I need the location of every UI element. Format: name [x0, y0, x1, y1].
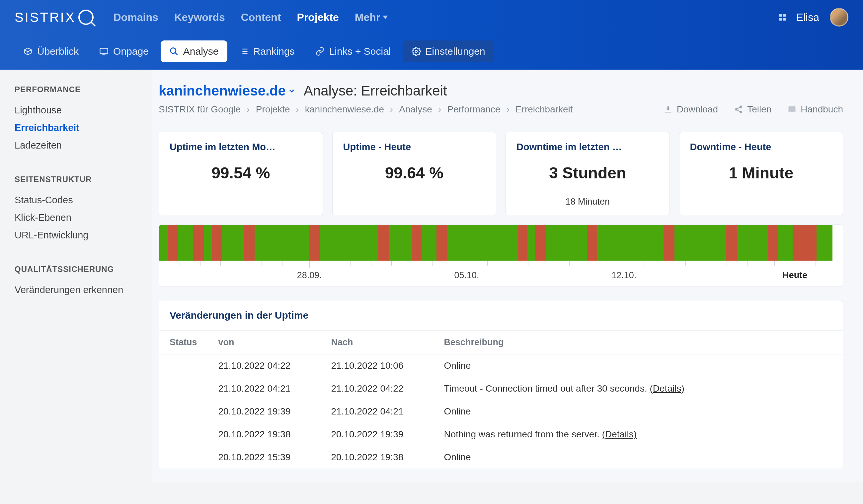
- uptime-segment: [546, 225, 587, 261]
- top-nav: Domains Keywords Content Projekte Mehr: [113, 11, 388, 24]
- crumb-sep: ›: [506, 104, 510, 115]
- sidebar-item-ladezeiten[interactable]: Ladezeiten: [15, 137, 137, 154]
- uptime-segment: [412, 225, 422, 261]
- sidebar-item-klick[interactable]: Klick-Ebenen: [15, 209, 137, 227]
- uptime-segment: [535, 225, 546, 261]
- col-nach[interactable]: Nach: [321, 331, 434, 354]
- uptime-segment: [518, 225, 527, 261]
- sidebar-item-erreichbarkeit[interactable]: Erreichbarkeit: [15, 119, 137, 137]
- tick: [282, 261, 283, 266]
- card-title: Uptime im letzten Mo…: [170, 142, 312, 153]
- nav-mehr[interactable]: Mehr: [355, 11, 388, 24]
- uptime-segment: [204, 225, 212, 261]
- handbook-label: Handbuch: [801, 104, 843, 115]
- table-row: 21.10.2022 04:2221.10.2022 10:06Online: [159, 354, 843, 377]
- tick: [590, 261, 590, 266]
- page-head: kaninchenwiese.de Analyse: Erreichbarkei…: [159, 83, 843, 99]
- uptime-segment: [193, 225, 204, 261]
- cell-desc: Online: [434, 354, 843, 377]
- svg-rect-0: [100, 48, 108, 54]
- cell-nach: 21.10.2022 10:06: [321, 354, 434, 377]
- uptime-segment: [389, 225, 412, 261]
- uptime-segment: [437, 225, 448, 261]
- uptime-segment: [674, 225, 726, 261]
- tick: [747, 261, 748, 266]
- card-title: Downtime - Heute: [690, 142, 833, 153]
- crumb-3[interactable]: Analyse: [399, 104, 432, 115]
- col-von[interactable]: von: [208, 331, 321, 354]
- svg-point-5: [740, 111, 742, 113]
- sidebar-item-status[interactable]: Status-Codes: [15, 191, 137, 209]
- subnav-onpage[interactable]: Onpage: [91, 40, 157, 62]
- cell-von: 20.10.2022 15:39: [208, 446, 321, 469]
- tick-major: [309, 261, 310, 268]
- tick-major: [795, 261, 795, 268]
- apps-grid-icon[interactable]: [779, 14, 786, 21]
- subnav-onpage-label: Onpage: [113, 46, 149, 57]
- uptime-segment: [159, 225, 168, 261]
- logo[interactable]: SISTRIX: [15, 10, 93, 25]
- card-subvalue: 18 Minuten: [516, 197, 659, 207]
- handbook-button[interactable]: Handbuch: [787, 104, 843, 115]
- crumb-0[interactable]: SISTRIX für Google: [159, 104, 241, 115]
- svg-point-2: [415, 50, 417, 53]
- uptime-segment: [816, 225, 832, 261]
- subnav-links[interactable]: Links + Social: [307, 40, 400, 62]
- sidebar-group-qs: QUALITÄTSSICHERUNG Veränderungen erkenne…: [15, 264, 137, 299]
- uptime-segment: [222, 225, 244, 261]
- sidebar-item-lighthouse[interactable]: Lighthouse: [15, 102, 137, 119]
- page-actions: Download Teilen Handbuch: [663, 104, 843, 115]
- tick: [549, 261, 549, 266]
- subnav-analyse[interactable]: Analyse: [161, 40, 227, 62]
- uptime-axis: 28.09.05.10.12.10.Heute: [159, 261, 843, 286]
- cell-status: [159, 377, 208, 400]
- link-icon: [315, 47, 325, 56]
- monitor-icon: [99, 47, 109, 56]
- uptime-segment: [422, 225, 437, 261]
- tick: [371, 261, 372, 266]
- domain-dropdown[interactable]: kaninchenwiese.de: [159, 83, 296, 99]
- nav-domains[interactable]: Domains: [113, 11, 158, 24]
- table-row: 20.10.2022 19:3921.10.2022 04:21Online: [159, 400, 843, 423]
- crumb-sep: ›: [296, 104, 299, 115]
- details-link[interactable]: (Details): [602, 429, 637, 439]
- uptime-segment: [212, 225, 222, 261]
- nav-keywords[interactable]: Keywords: [174, 11, 225, 24]
- tick: [774, 261, 775, 266]
- sidebar-item-url[interactable]: URL-Entwicklung: [15, 227, 137, 244]
- user-name[interactable]: Elisa: [796, 11, 819, 24]
- details-link[interactable]: (Details): [650, 383, 684, 393]
- crumb-sep: ›: [390, 104, 393, 115]
- cell-status: [159, 423, 208, 446]
- table-row: 20.10.2022 19:3820.10.2022 19:39Nothing …: [159, 423, 843, 446]
- cell-desc: Timeout - Connection timed out after 30 …: [434, 377, 843, 400]
- tick: [685, 261, 686, 266]
- card-value: 99.54 %: [170, 164, 312, 182]
- cell-desc: Online: [434, 400, 843, 423]
- main: kaninchenwiese.de Analyse: Erreichbarkei…: [152, 70, 863, 482]
- uptime-segment: [309, 225, 320, 261]
- download-button[interactable]: Download: [663, 104, 718, 115]
- sidebar-item-veraenderungen[interactable]: Veränderungen erkennen: [15, 281, 137, 299]
- nav-content[interactable]: Content: [241, 11, 281, 24]
- tick: [433, 261, 433, 266]
- crumb-4[interactable]: Performance: [447, 104, 500, 115]
- tick-label: 05.10.: [454, 270, 479, 281]
- subnav-einstellungen[interactable]: Einstellungen: [403, 40, 494, 62]
- crumb-1[interactable]: Projekte: [256, 104, 290, 115]
- col-desc[interactable]: Beschreibung: [434, 331, 843, 354]
- subnav-ueberblick[interactable]: Überblick: [15, 40, 87, 62]
- table-row: 20.10.2022 15:3920.10.2022 19:38Online: [159, 446, 843, 469]
- col-status[interactable]: Status: [159, 331, 208, 354]
- magnify-icon: [78, 10, 93, 25]
- table-row: 21.10.2022 04:2121.10.2022 04:22Timeout …: [159, 377, 843, 400]
- tick-label: 28.09.: [297, 270, 322, 281]
- nav-projekte[interactable]: Projekte: [297, 11, 339, 24]
- crumb-2[interactable]: kaninchenwiese.de: [305, 104, 384, 115]
- nav-mehr-label: Mehr: [355, 11, 380, 24]
- share-button[interactable]: Teilen: [734, 104, 771, 115]
- avatar[interactable]: [830, 8, 848, 27]
- download-icon: [663, 105, 673, 114]
- tick: [221, 261, 221, 266]
- subnav-rankings[interactable]: Rankings: [231, 40, 303, 62]
